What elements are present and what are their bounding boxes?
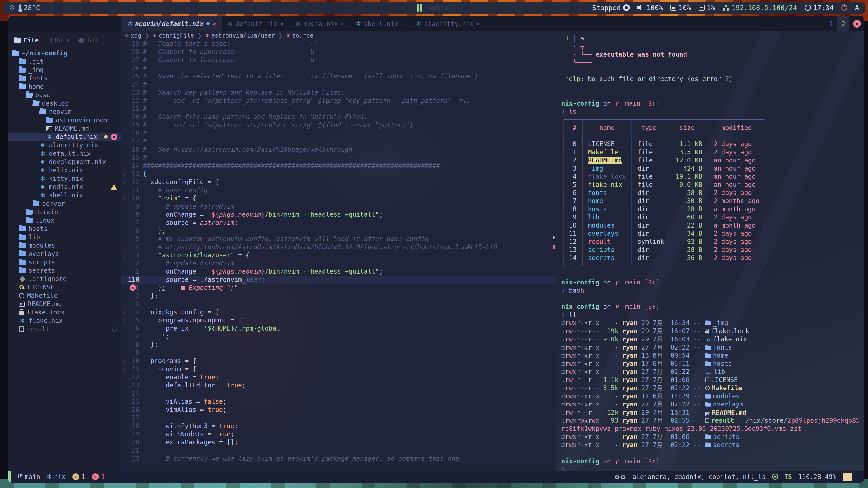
close-icon[interactable]: ✕ — [340, 20, 344, 27]
nixos-logo-icon[interactable]: ❄ — [9, 3, 15, 12]
code-line[interactable]: 8 }; — [121, 341, 556, 349]
breadcrumb-item[interactable]: ❄astronvim/lua/user — [205, 32, 275, 39]
code-line[interactable]: 18 withPython3 = true; — [121, 422, 556, 430]
power-icon[interactable] — [841, 5, 847, 11]
fold-chevron-icon[interactable]: ∨ — [121, 170, 128, 178]
tree-item-development.nix[interactable]: ❄development.nix — [8, 158, 121, 166]
tree-item-overlays[interactable]: overlays — [8, 250, 121, 258]
code-line[interactable]: ∨11 neovim = { — [121, 365, 556, 373]
memory-widget[interactable]: 1% — [699, 4, 715, 12]
statusline-warning-count[interactable]: ✎ 1 — [72, 473, 85, 481]
fold-chevron-icon[interactable]: ∨ — [121, 308, 128, 316]
tabpage-2-current[interactable]: 2 — [837, 16, 849, 31]
code-line[interactable]: ∨10 "nvim" = { — [121, 194, 556, 202]
buffer-tab[interactable]: ❄shell.nix✕ — [350, 16, 410, 31]
statusline-error-count[interactable]: ✕ 1 — [92, 473, 105, 481]
tree-item-result[interactable]: result — [8, 325, 121, 333]
fold-chevron-icon[interactable]: ∨ — [121, 178, 128, 186]
code-line[interactable]: 14######################################… — [121, 162, 556, 170]
code-line[interactable]: 9 # update AstroNvim — [121, 202, 556, 210]
tree-item-neovim[interactable]: neovim — [8, 107, 121, 116]
tree-item-secrets[interactable]: secrets — [8, 266, 121, 275]
fold-chevron-icon[interactable]: ∨ — [121, 365, 128, 373]
close-icon[interactable]: ✕ — [212, 20, 216, 27]
close-icon[interactable]: ✕ — [280, 20, 284, 27]
tree-item-scripts[interactable]: scripts — [8, 258, 121, 266]
close-circle-icon[interactable]: ✕ — [111, 134, 117, 140]
code-line[interactable]: ∨13{ — [121, 170, 556, 178]
code-line[interactable]: 22# sed -ri "s/pattern_str/replace_str/g… — [121, 97, 556, 105]
tree-item-shell.nix[interactable]: ❄shell.nix — [8, 191, 121, 199]
code-line[interactable]: 24# — [121, 80, 556, 89]
tree-item-home[interactable]: home — [8, 83, 121, 91]
tree-item-base[interactable]: base — [8, 91, 121, 99]
terminal-pane[interactable]: 1 │ a · ┬ · ╰── executable was not found… — [556, 31, 864, 471]
breadcrumb-item[interactable]: ❄xdg — [125, 32, 141, 39]
tree-item-linux[interactable]: linux — [8, 216, 121, 225]
terminal-command[interactable]: ❯ bash — [556, 287, 864, 295]
close-icon[interactable]: ✕ — [401, 20, 404, 27]
fold-chevron-icon[interactable]: ∨ — [121, 194, 128, 202]
code-line[interactable]: 11 # base config — [121, 186, 556, 194]
terminal-command[interactable]: ❯ ls — [556, 107, 864, 116]
tree-item-media.nix[interactable]: ❄media.nix — [8, 183, 121, 191]
code-line[interactable]: 22 # currently we use lazy.nvim as neovi… — [121, 455, 556, 463]
code-line[interactable]: 28# Convert to uppercase: `U` — [121, 48, 556, 56]
keyboard-layout[interactable]: A — [855, 4, 859, 12]
tree-item-LICENSE[interactable]: LICENSE — [8, 283, 121, 291]
code-line[interactable]: 4 # https://github.com/AstroNvim/AstroNv… — [121, 243, 556, 251]
code-line[interactable]: ∨10 programs = { — [121, 357, 556, 365]
tree-item-darwin[interactable]: darwin — [8, 208, 121, 216]
tree-item-default.nix[interactable]: ❄default.nix — [8, 149, 121, 158]
tree-item-~/nix-config[interactable]: ~/nix-config — [8, 49, 121, 57]
editor-pane[interactable]: ❄xdg❯❄configFile❯❄astronvim/lua/user❯❄so… — [121, 31, 556, 471]
volume-widget[interactable]: 100% — [638, 4, 663, 12]
breadcrumb-item[interactable]: ❄configFile — [153, 32, 194, 39]
code-line[interactable]: 23# Search key pattern and Replace in Mu… — [121, 89, 556, 97]
code-line[interactable]: 18# — [121, 129, 556, 137]
tabpage-1[interactable]: 1 — [826, 20, 837, 28]
code-line[interactable]: 14 — [121, 390, 556, 398]
code-line[interactable]: 7 ''; — [121, 332, 556, 341]
tree-item-alacritty.nix[interactable]: ❄alacritty.nix — [8, 141, 121, 149]
code-line[interactable]: 29# Toggle text's case: `~` — [121, 40, 556, 48]
tree-item-README.md[interactable]: M↓README.md — [8, 124, 121, 133]
code-line[interactable]: ∨5 programs.npm.npmrc = '' — [121, 316, 556, 324]
code-line[interactable]: ∨12 xdg.configFile = { — [121, 178, 556, 186]
code-line[interactable]: 25# Save the selected text to a file: `:… — [121, 72, 556, 80]
tree-tab-git[interactable]: Git — [75, 35, 104, 45]
code-line[interactable]: 6 prefix = ''${HOME}/.npm-global — [121, 324, 556, 332]
code-line[interactable]: 8 onChange = "${pkgs.neovim}/bin/nvim --… — [121, 210, 556, 219]
tree-item-kitty.nix[interactable]: ❄kitty.nix — [8, 174, 121, 183]
close-icon[interactable]: ✕ — [476, 20, 480, 27]
code-line[interactable]: 6 }; — [121, 227, 556, 235]
buffer-tab[interactable]: ❄default.nix✕ — [222, 16, 290, 31]
tree-item-_img[interactable]: _img — [8, 66, 121, 74]
temperature-widget[interactable]: 28°C — [19, 4, 40, 12]
tabline-close-button[interactable]: ✕ — [849, 16, 864, 31]
code-line[interactable]: 20# Search file name pattern and Replace… — [121, 113, 556, 121]
code-line[interactable]: 13 defaultEditor = true; — [121, 381, 556, 390]
tree-item-default.nix[interactable]: ❄default.nix✕ — [8, 133, 121, 141]
tree-item-modules[interactable]: modules — [8, 241, 121, 250]
tree-tab-bufs[interactable]: Bufs — [44, 35, 75, 45]
workspace-name[interactable]: spiral — [428, 4, 453, 12]
pause-icon[interactable] — [417, 4, 423, 11]
buffer-tab[interactable]: ❄alacritty.nix✕ — [410, 16, 486, 31]
buffer-tab[interactable]: ❄media.nix✕ — [289, 16, 350, 31]
code-line[interactable]: 21 — [121, 447, 556, 455]
code-line[interactable]: 9 — [121, 349, 556, 357]
code-line[interactable]: 2 # update AstroNvim — [121, 259, 556, 267]
tree-item-flake.nix[interactable]: ❄flake.nix — [8, 317, 121, 325]
code-line[interactable]: 15 viAlias = false; — [121, 398, 556, 406]
fold-chevron-icon[interactable]: ∨ — [121, 316, 128, 324]
code-area[interactable]: 29# Toggle text's case: `~` 28# Convert … — [121, 40, 556, 471]
statusline-git-branch[interactable]: main — [17, 473, 40, 481]
tree-item-astronvim_user[interactable]: astronvim_user — [8, 116, 121, 124]
code-line[interactable]: 3 — [121, 300, 556, 308]
code-line[interactable]: 17# ...... — [121, 137, 556, 145]
clock-widget[interactable]: 17:34 — [805, 4, 834, 12]
code-line[interactable]: 20 extraPackages = []; — [121, 438, 556, 447]
code-line[interactable]: ∨3 "astronvim/lua/user" = { — [121, 251, 556, 259]
code-line[interactable]: 2 }; — [121, 292, 556, 300]
